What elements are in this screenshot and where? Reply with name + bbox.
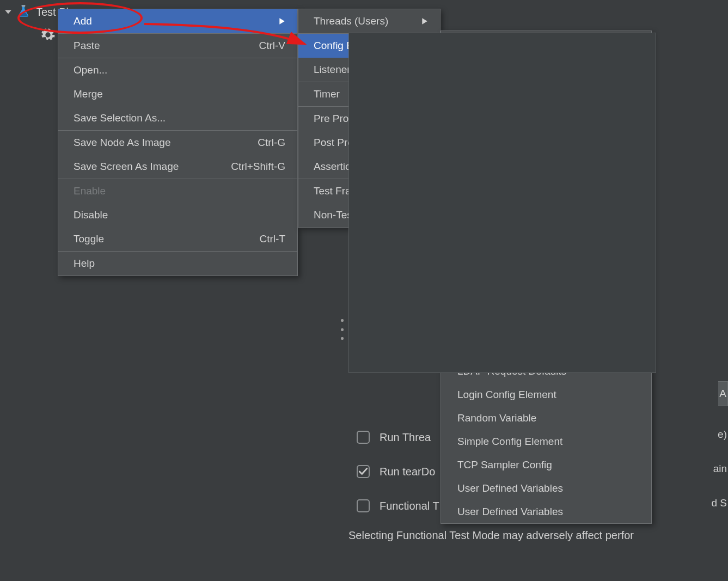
menu-item-label: Save Node As Image — [74, 137, 236, 149]
context-menu-item-save-screen-as-image[interactable]: Save Screen As ImageCtrl+Shift-G — [58, 155, 297, 179]
menu-item-label: User Defined Variables — [457, 482, 639, 494]
context-menu-item-save-node-as-image[interactable]: Save Node As ImageCtrl-G — [58, 131, 297, 155]
functional-test-label: Functional T — [380, 500, 439, 512]
config-element-item-tcp-sampler-config[interactable]: TCP Sampler Config — [441, 453, 651, 476]
context-menu-item-merge[interactable]: Merge — [58, 82, 297, 106]
run-teardown-label: Run tearDo — [380, 466, 435, 478]
menu-item-label: Toggle — [74, 233, 238, 245]
menu-item-label: Paste — [74, 40, 237, 52]
menu-item-shortcut: Ctrl+Shift-G — [231, 161, 285, 173]
menu-item-label: TCP Sampler Config — [457, 459, 639, 471]
flask-icon — [16, 4, 30, 21]
functional-test-row[interactable]: Functional T — [357, 497, 439, 515]
submenu-arrow-icon — [421, 17, 428, 25]
menu-item-label: Enable — [74, 185, 285, 197]
add-submenu-item-threads-users[interactable]: Threads (Users) — [298, 9, 440, 33]
config-element-item-random-variable[interactable]: Random Variable — [441, 406, 651, 430]
context-menu-item-save-selection-as[interactable]: Save Selection As... — [58, 106, 297, 130]
row-trail-3: d S — [711, 497, 727, 509]
menu-item-label: Threads (Users) — [314, 15, 411, 27]
row-trail-2: ain — [713, 463, 727, 475]
menu-item-label: Disable — [74, 209, 285, 221]
menu-item-shortcut: Ctrl-V — [259, 40, 285, 52]
description-box[interactable] — [348, 33, 656, 373]
menu-item-label: Save Screen As Image — [74, 161, 209, 173]
context-menu: AddPasteCtrl-VOpen...MergeSave Selection… — [58, 9, 298, 276]
menu-item-label: Random Variable — [457, 412, 639, 424]
checkbox-unchecked-icon[interactable] — [357, 499, 370, 512]
menu-item-label: Add — [74, 15, 268, 27]
menu-item-label: Help — [74, 258, 285, 270]
context-menu-item-open[interactable]: Open... — [58, 58, 297, 82]
add-button-fragment[interactable]: A — [718, 381, 728, 406]
submenu-arrow-icon — [279, 17, 285, 25]
context-menu-item-paste[interactable]: PasteCtrl-V — [58, 34, 297, 58]
config-element-item-user-defined-variables[interactable]: User Defined Variables — [441, 476, 651, 500]
context-menu-item-enable: Enable — [58, 179, 297, 203]
context-menu-item-toggle[interactable]: ToggleCtrl-T — [58, 227, 297, 251]
run-teardown-row[interactable]: Run tearDo — [357, 463, 435, 480]
context-menu-item-disable[interactable]: Disable — [58, 203, 297, 227]
run-thread-groups-row[interactable]: Run Threa — [357, 429, 431, 446]
add-button-fragment-label: A — [719, 388, 726, 400]
menu-item-shortcut: Ctrl-G — [258, 137, 285, 149]
tree-expand-icon[interactable] — [4, 8, 12, 16]
menu-item-shortcut: Ctrl-T — [260, 233, 285, 245]
checkbox-checked-icon[interactable] — [357, 465, 370, 478]
svg-rect-0 — [22, 5, 26, 7]
menu-item-label: User Defined Variables — [457, 506, 639, 518]
gear-icon[interactable] — [40, 27, 56, 45]
menu-item-label: Open... — [74, 64, 285, 76]
config-element-item-user-defined-variables[interactable]: User Defined Variables — [441, 500, 651, 523]
run-thread-groups-label: Run Threa — [380, 431, 431, 444]
split-grip[interactable] — [339, 319, 345, 340]
menu-item-label: Save Selection As... — [74, 112, 285, 124]
context-menu-item-add[interactable]: Add — [58, 9, 297, 33]
config-element-item-login-config-element[interactable]: Login Config Element — [441, 383, 651, 406]
row-trail-1: e) — [718, 429, 727, 441]
menu-item-label: Simple Config Element — [457, 436, 639, 448]
menu-item-label: Login Config Element — [457, 389, 639, 401]
config-element-item-simple-config-element[interactable]: Simple Config Element — [441, 430, 651, 453]
context-menu-item-help[interactable]: Help — [58, 252, 297, 276]
menu-item-label: Merge — [74, 88, 285, 100]
checkbox-unchecked-icon[interactable] — [357, 431, 370, 444]
functional-mode-hint: Selecting Functional Test Mode may adver… — [348, 529, 727, 542]
